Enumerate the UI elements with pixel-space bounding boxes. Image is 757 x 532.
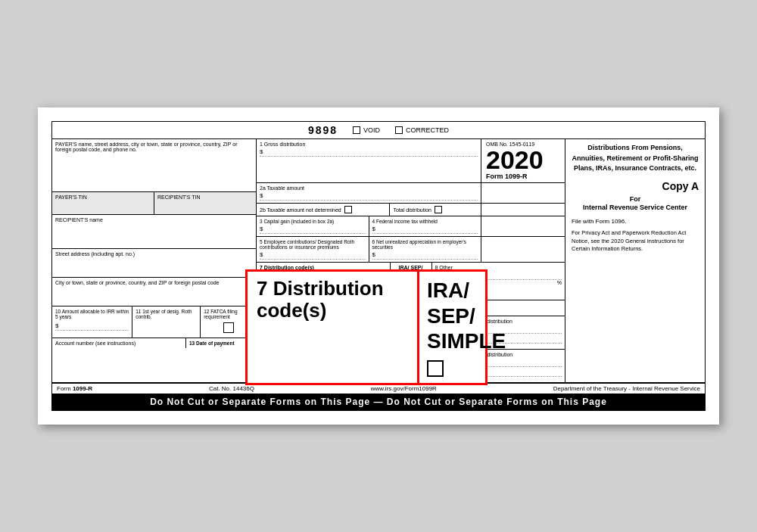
total-dist-cell: Total distribution [390,204,481,216]
taxable-notdet-row: 2b Taxable amount not determined Total d… [257,204,565,216]
field-10-dollar: $ [55,322,129,331]
footer-cat: Cat. No. 14436Q [209,385,254,392]
payer-name-cell: PAYER'S name, street address, city or to… [52,139,256,192]
footer-form-label: Form 1099-R [57,385,92,392]
cap-gain-row: 3 Capital gain (included in box 2a) $ 4 … [257,216,565,237]
taxable-dollar: $ [260,192,478,201]
overlay-ira-checkbox[interactable] [427,360,444,377]
field-11-label: 11 1st year of desig. Roth contrib. [136,309,197,319]
gross-dist-cell: 1 Gross distribution $ [257,139,481,182]
footer-form-name: 1099-R [73,385,92,392]
account-date-row: Account number (see instructions) 13 Dat… [52,338,256,348]
empty-cell2 [481,216,565,236]
street-label: Street address (including apt. no.) [55,251,253,257]
account-label: Account number (see instructions) [55,341,182,346]
recipient-name-cell: RECIPIENT'S name [52,215,256,249]
net-unrealized-dollar: $ [372,251,478,260]
year-display: 2020 [486,147,560,173]
empty-cell1 [481,204,565,216]
net-unrealized-cell: 6 Net unrealized appreciation in employe… [369,237,482,262]
taxable-right-cell [481,183,565,203]
taxable-notdet-label: 2b Taxable amount not determined [260,207,341,213]
gross-dollar: $ [260,148,478,157]
ira-big-cell [481,237,565,262]
net-unrealized-label: 6 Net unrealized appreciation in employe… [372,239,478,250]
taxable-row: 2a Taxable amount $ [257,183,565,204]
fed-tax-label: 4 Federal income tax withheld [372,219,478,224]
payer-tin-cell: PAYER'S TIN [52,192,154,214]
account-cell: Account number (see instructions) [52,338,186,348]
bottom-banner: Do Not Cut or Separate Forms on This Pag… [52,394,705,410]
form-number: 9898 [308,124,338,136]
corrected-label: CORRECTED [406,126,449,134]
void-label: VOID [363,126,380,134]
payer-name-label: PAYER'S name, street address, city or to… [55,142,253,152]
emp-contrib-cell: 5 Employee contributions/ Designated Rot… [257,237,369,262]
file-label: File with Form 1096. [572,218,699,225]
dist-overlay-ira: IRA/ SEP/ SIMPLE [417,272,485,383]
dist-overlay-main: 7 Distribution code(s) [248,272,417,383]
privacy-label: For Privacy Act and Paperwork Reduction … [572,229,699,254]
page-wrapper: 9898 VOID CORRECTED PAYER'S name, street… [38,107,719,425]
city-label: City or town, state or province, country… [55,280,253,285]
total-dist-checkbox[interactable] [435,206,442,213]
payer-tin-value [55,200,151,212]
form-name: Form 1099-R [486,173,560,180]
street-cell: Street address (including apt. no.) [52,249,256,278]
footer-dept: Department of the Treasury - Internal Re… [553,385,700,392]
taxable-notdet-cell: 2b Taxable amount not determined [257,204,390,216]
copy-a-label: Copy A [572,180,699,192]
corrected-box: CORRECTED [395,126,449,134]
recipient-name-label: RECIPIENT'S name [55,217,253,222]
overlay-ira-label: IRA/ SEP/ SIMPLE [427,278,478,354]
taxable-notdet-checkbox[interactable] [344,206,352,213]
fatca-checkbox[interactable] [223,322,234,333]
void-checkbox[interactable] [353,126,360,134]
emp-contrib-dollar: $ [260,251,366,260]
date-payment-label: 13 Date of payment [189,341,253,346]
emp-contrib-row: 5 Employee contributions/ Designated Rot… [257,237,565,263]
taxable-label: 2a Taxable amount [260,185,478,191]
far-right-panel: Distributions From Pensions, Annuities, … [565,139,705,382]
void-box: VOID [353,126,380,134]
total-dist-label: Total distribution [393,207,431,213]
gross-dist-label: 1 Gross distribution [260,142,478,147]
tin-row: PAYER'S TIN RECIPIENT'S TIN [52,192,256,215]
top-header: 9898 VOID CORRECTED [52,122,705,139]
omb-year-cell: OMB No. 1545-0119 2020 Form 1099-R [481,139,565,182]
payer-tin-label: PAYER'S TIN [55,194,151,200]
fed-tax-cell: 4 Federal income tax withheld $ [369,216,482,236]
recipient-tin-cell: RECIPIENT'S TIN [154,192,256,214]
taxable-cell: 2a Taxable amount $ [257,183,481,203]
field-10-label: 10 Amount allocable to IRR within 5 year… [55,309,129,319]
row-10-11-12: 10 Amount allocable to IRR within 5 year… [52,306,256,338]
gross-omb-row: 1 Gross distribution $ OMB No. 1545-0119… [257,139,565,183]
dist-overlay-number: 7 Distribution code(s) [257,278,408,321]
field-11-cell: 11 1st year of desig. Roth contrib. [132,306,201,338]
footer-url: www.irs.gov/Form1099R [371,385,437,392]
irs-center-label: Internal Revenue Service Center [572,203,699,213]
emp-contrib-label: 5 Employee contributions/ Designated Rot… [260,239,366,250]
corrected-checkbox[interactable] [395,126,403,134]
cap-gain-dollar: $ [260,226,366,234]
field-10-cell: 10 Amount allocable to IRR within 5 year… [52,306,132,338]
cap-gain-cell: 3 Capital gain (included in box 2a) $ [257,216,369,236]
form-1099r: 9898 VOID CORRECTED PAYER'S name, street… [51,121,706,411]
recipient-tin-label: RECIPIENT'S TIN [157,194,253,200]
fed-tax-dollar: $ [372,226,478,234]
left-section: PAYER'S name, street address, city or to… [52,139,257,382]
recipient-tin-value [157,200,253,212]
cap-gain-label: 3 Capital gain (included in box 2a) [260,219,366,224]
city-cell: City or town, state or province, country… [52,278,256,306]
for-label: For [572,195,699,203]
distribution-code-overlay: 7 Distribution code(s) IRA/ SEP/ SIMPLE [245,269,488,385]
right-title: Distributions From Pensions, Annuities, … [572,143,699,174]
